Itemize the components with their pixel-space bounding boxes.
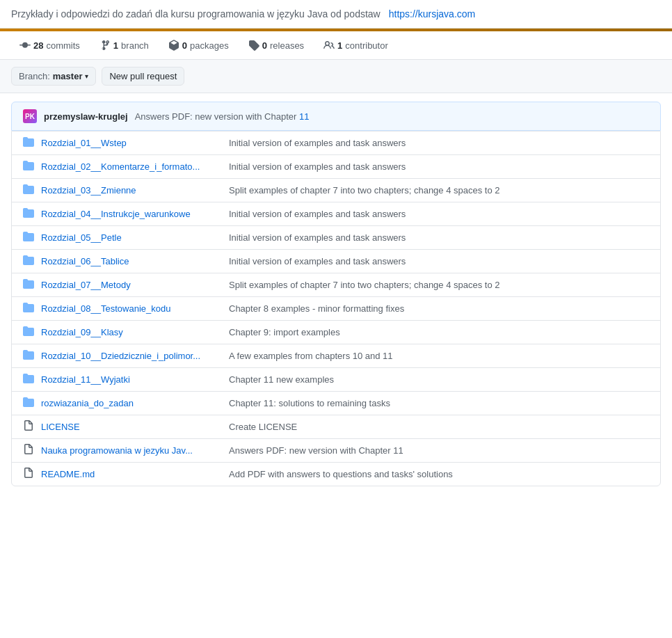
file-row: Rozdzial_01__WstepInitial version of exa… xyxy=(12,131,660,155)
file-commit-message: Split examples of chapter 7 into two cha… xyxy=(229,185,649,196)
file-name-link[interactable]: LICENSE xyxy=(41,422,222,432)
file-commit-message: Chapter 8 examples - minor formatting fi… xyxy=(229,303,649,314)
tag-icon xyxy=(248,40,259,51)
file-row: Rozdzial_06__TabliceInitial version of e… xyxy=(12,250,660,273)
file-commit-message: Initial version of examples and task ans… xyxy=(229,161,649,172)
folder-name-link[interactable]: Rozdzial_06__Tablice xyxy=(41,256,222,266)
file-row: Rozdzial_07__MetodySplit examples of cha… xyxy=(12,273,660,297)
file-row: rozwiazania_do_zadanChapter 11: solution… xyxy=(12,392,660,415)
releases-stat[interactable]: 0 releases xyxy=(240,37,312,54)
file-row: Rozdzial_11__WyjatkiChapter 11 new examp… xyxy=(12,368,660,392)
branches-stat[interactable]: 1 branch xyxy=(91,37,157,54)
folder-icon xyxy=(23,255,34,268)
chevron-down-icon: ▾ xyxy=(85,72,88,80)
folder-icon xyxy=(23,302,34,315)
folder-name-link[interactable]: Rozdzial_02__Komentarze_i_formato... xyxy=(41,161,222,172)
packages-stat[interactable]: 0 packages xyxy=(160,37,237,54)
folder-name-link[interactable]: Rozdzial_03__Zmienne xyxy=(41,185,222,196)
file-commit-message: Split examples of chapter 7 into two cha… xyxy=(229,280,649,290)
repo-link[interactable]: https://kursjava.com xyxy=(389,8,476,19)
file-icon xyxy=(23,468,34,481)
commit-chapter-link[interactable]: 11 xyxy=(299,111,309,122)
file-commit-message: Chapter 11: solutions to remaining tasks xyxy=(229,398,649,408)
folder-name-link[interactable]: Rozdzial_07__Metody xyxy=(41,280,222,290)
file-icon xyxy=(23,420,34,433)
folder-icon xyxy=(23,397,34,410)
folder-icon xyxy=(23,373,34,386)
new-pull-request-button[interactable]: New pull request xyxy=(102,67,184,86)
package-icon xyxy=(168,40,179,51)
file-commit-message: Initial version of examples and task ans… xyxy=(229,232,649,243)
file-row: Rozdzial_05__PetleInitial version of exa… xyxy=(12,226,660,250)
file-icon xyxy=(23,444,34,457)
file-row: Rozdzial_04__Instrukcje_warunkoweInitial… xyxy=(12,202,660,226)
latest-commit-bar: PK przemyslaw-kruglej Answers PDF: new v… xyxy=(11,102,661,131)
file-row: LICENSECreate LICENSE xyxy=(12,415,660,439)
file-row: README.mdAdd PDF with answers to questio… xyxy=(12,463,660,486)
contributors-stat[interactable]: 1 contributor xyxy=(315,37,397,54)
folder-name-link[interactable]: rozwiazania_do_zadan xyxy=(41,398,222,408)
file-listing: Rozdzial_01__WstepInitial version of exa… xyxy=(11,131,661,486)
commit-author[interactable]: przemyslaw-kruglej xyxy=(44,111,128,122)
file-commit-message: Chapter 11 new examples xyxy=(229,374,649,385)
file-commit-message: Initial version of examples and task ans… xyxy=(229,138,649,148)
file-name-link[interactable]: Nauka programowania w jezyku Jav... xyxy=(41,445,222,456)
folder-name-link[interactable]: Rozdzial_08__Testowanie_kodu xyxy=(41,303,222,314)
folder-icon xyxy=(23,160,34,173)
folder-icon xyxy=(23,349,34,362)
branch-icon xyxy=(99,40,111,51)
folder-icon xyxy=(23,278,34,292)
commit-message: Answers PDF: new version with Chapter 11 xyxy=(135,111,310,122)
file-row: Rozdzial_03__ZmienneSplit examples of ch… xyxy=(12,179,660,202)
file-row: Rozdzial_08__Testowanie_koduChapter 8 ex… xyxy=(12,297,660,321)
file-name-link[interactable]: README.md xyxy=(41,469,222,479)
file-commit-message: A few examples from chapters 10 and 11 xyxy=(229,351,649,361)
file-row: Rozdzial_10__Dziedzicznie_i_polimor...A … xyxy=(12,344,660,368)
folder-icon xyxy=(23,231,34,244)
folder-icon xyxy=(23,207,34,221)
file-row: Rozdzial_02__Komentarze_i_formato...Init… xyxy=(12,155,660,179)
page-header: Przykłady i odpowiedzi do zadań dla kurs… xyxy=(0,0,672,29)
stats-bar: 28 commits 1 branch 0 packages 0 release… xyxy=(0,31,672,60)
repo-toolbar: Branch: master ▾ New pull request xyxy=(0,60,672,93)
file-commit-message: Initial version of examples and task ans… xyxy=(229,209,649,219)
file-commit-message: Answers PDF: new version with Chapter 11 xyxy=(229,445,649,456)
file-row: Rozdzial_09__KlasyChapter 9: import exam… xyxy=(12,321,660,344)
folder-name-link[interactable]: Rozdzial_10__Dziedzicznie_i_polimor... xyxy=(41,351,222,361)
file-commit-message: Add PDF with answers to questions and ta… xyxy=(229,469,649,479)
folder-name-link[interactable]: Rozdzial_11__Wyjatki xyxy=(41,374,222,385)
folder-icon xyxy=(23,136,34,150)
author-avatar: PK xyxy=(23,109,37,123)
commits-stat[interactable]: 28 commits xyxy=(11,37,88,54)
folder-name-link[interactable]: Rozdzial_01__Wstep xyxy=(41,138,222,148)
folder-icon xyxy=(23,326,34,339)
folder-name-link[interactable]: Rozdzial_05__Petle xyxy=(41,232,222,243)
file-commit-message: Chapter 9: import examples xyxy=(229,327,649,337)
branch-selector[interactable]: Branch: master ▾ xyxy=(11,67,96,86)
file-commit-message: Create LICENSE xyxy=(229,422,649,432)
commits-icon xyxy=(19,40,31,51)
folder-name-link[interactable]: Rozdzial_09__Klasy xyxy=(41,327,222,337)
folder-name-link[interactable]: Rozdzial_04__Instrukcje_warunkowe xyxy=(41,209,222,219)
contributors-icon xyxy=(323,40,335,51)
folder-icon xyxy=(23,184,34,197)
file-row: Nauka programowania w jezyku Jav...Answe… xyxy=(12,439,660,463)
repo-title: Przykłady i odpowiedzi do zadań dla kurs… xyxy=(11,8,381,19)
file-commit-message: Initial version of examples and task ans… xyxy=(229,256,649,266)
